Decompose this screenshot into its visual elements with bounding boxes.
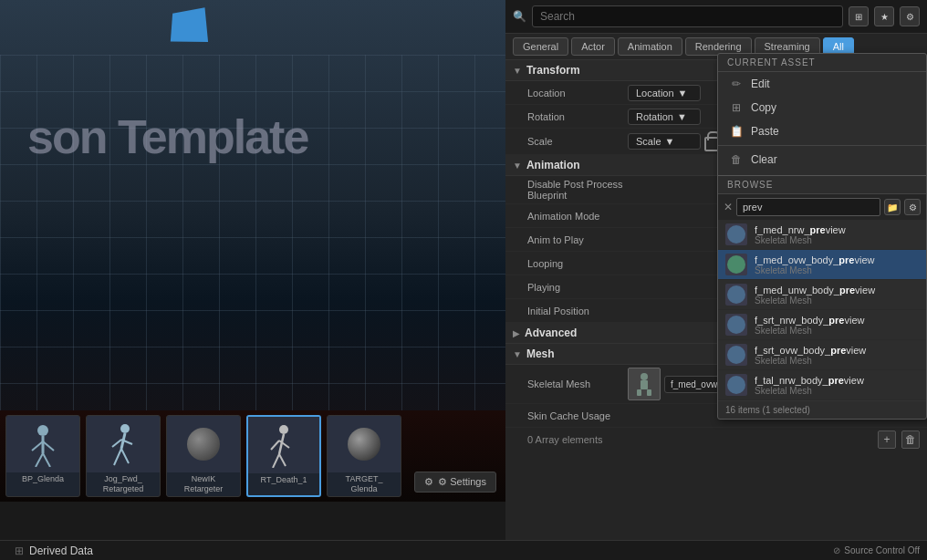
transform-arrow: ▼: [513, 66, 522, 76]
svg-line-16: [273, 454, 279, 468]
disable-bp-label: Disable Post Process Blueprint: [527, 179, 628, 201]
transform-title: Transform: [526, 64, 580, 77]
browse-item-icon-2: [725, 284, 747, 306]
browse-item-4[interactable]: f_srt_ovw_body_preview Skeletal Mesh: [718, 340, 926, 370]
menu-copy-label: Copy: [751, 101, 776, 114]
search-bar: 🔍 ⊞ ★ ⚙: [505, 0, 927, 34]
asset-thumb-jog[interactable]: Jog_Fwd_Retargeted: [86, 415, 161, 497]
svg-line-17: [279, 454, 286, 466]
browse-item-0[interactable]: f_med_nrw_preview Skeletal Mesh: [718, 220, 926, 250]
browse-item-1[interactable]: f_med_ovw_body_preview Skeletal Mesh: [718, 250, 926, 280]
bottom-bar: ⊞ Derived Data ⊘ Source Control Off: [0, 540, 927, 560]
rotation-label: Rotation: [527, 111, 628, 122]
asset-thumb-newik[interactable]: NewIKRetargeter: [166, 415, 241, 497]
favorites-button[interactable]: ★: [874, 6, 894, 26]
asset-thumb-img-jog: [87, 416, 160, 472]
browse-item-3[interactable]: f_srt_nrw_body_preview Skeletal Mesh: [718, 310, 926, 340]
browse-input[interactable]: [736, 198, 880, 216]
svg-point-0: [37, 425, 48, 436]
context-menu: CURRENT ASSET ✏ Edit ⊞ Copy 📋 Paste 🗑 Cl…: [717, 53, 927, 420]
grid-view-button[interactable]: ⊞: [849, 6, 869, 26]
browse-item-type-4: Skeletal Mesh: [755, 356, 919, 366]
derived-data-section: ⊞ Derived Data: [7, 544, 826, 557]
browse-list: f_med_nrw_preview Skeletal Mesh f_med_ov…: [718, 220, 926, 400]
browse-header: BROWSE: [718, 176, 926, 194]
settings-button[interactable]: ⚙ ⚙ Settings: [414, 472, 496, 493]
viewport-title: son Template: [27, 109, 307, 164]
asset-thumb-bp-glenda[interactable]: BP_Glenda: [5, 415, 80, 497]
asset-label-jog: Jog_Fwd_Retargeted: [87, 472, 160, 494]
edit-icon: ✏: [729, 77, 744, 91]
browse-item-type-0: Skeletal Mesh: [755, 235, 919, 245]
tab-animation[interactable]: Animation: [618, 37, 682, 56]
rotation-chevron: ▼: [677, 111, 687, 122]
location-label: Location: [527, 88, 628, 99]
menu-clear[interactable]: 🗑 Clear: [718, 148, 926, 171]
menu-edit[interactable]: ✏ Edit: [718, 72, 926, 96]
svg-line-5: [43, 453, 50, 467]
scale-dropdown[interactable]: Scale ▼: [628, 133, 701, 150]
copy-icon: ⊞: [729, 100, 744, 115]
asset-label-target: TARGET_Glenda: [328, 472, 401, 494]
svg-rect-21: [647, 389, 651, 396]
looping-label: Looping: [527, 258, 628, 269]
anim-to-play-label: Anim to Play: [527, 234, 628, 245]
browse-item-5[interactable]: f_tal_nrw_body_preview Skeletal Mesh: [718, 370, 926, 400]
svg-line-10: [114, 449, 121, 465]
browse-item-name-4: f_srt_ovw_body_preview: [755, 345, 919, 356]
svg-rect-19: [641, 380, 648, 389]
menu-paste-label: Paste: [751, 125, 779, 138]
array-row: 0 Array elements + 🗑: [505, 428, 927, 451]
derived-data-label[interactable]: Derived Data: [29, 544, 93, 557]
asset-thumb-img-target: [328, 416, 401, 472]
rotation-dropdown[interactable]: Rotation ▼: [628, 109, 701, 125]
rotation-value: Rotation: [636, 111, 673, 122]
settings-filter-button[interactable]: ⚙: [900, 6, 920, 26]
svg-point-18: [641, 373, 648, 380]
array-add-button[interactable]: +: [878, 430, 896, 449]
asset-thumb-target[interactable]: TARGET_Glenda: [327, 415, 401, 497]
asset-thumb-img-rtdeath: [248, 417, 319, 473]
svg-rect-20: [637, 389, 641, 396]
svg-line-14: [271, 441, 279, 450]
browse-item-info-2: f_med_unw_body_preview Skeletal Mesh: [755, 285, 919, 306]
browse-settings-button[interactable]: ⚙: [904, 199, 921, 215]
tab-general[interactable]: General: [513, 37, 568, 56]
blue-cube: [171, 7, 208, 42]
tab-actor[interactable]: Actor: [571, 37, 615, 56]
browse-item-name-3: f_srt_nrw_body_preview: [755, 315, 919, 326]
scale-label: Scale: [527, 136, 628, 147]
svg-line-2: [32, 441, 43, 451]
browse-item-info-5: f_tal_nrw_body_preview Skeletal Mesh: [755, 375, 919, 396]
browse-item-2[interactable]: f_med_unw_body_preview Skeletal Mesh: [718, 280, 926, 310]
asset-thumb-rtdeath[interactable]: RT_Death_1: [246, 415, 321, 497]
browse-item-icon-3: [725, 314, 747, 336]
context-menu-divider: [718, 145, 926, 146]
menu-copy[interactable]: ⊞ Copy: [718, 96, 926, 119]
mesh-arrow: ▼: [513, 349, 522, 359]
menu-paste[interactable]: 📋 Paste: [718, 119, 926, 143]
browse-item-type-2: Skeletal Mesh: [755, 296, 919, 306]
svg-line-3: [43, 441, 54, 451]
advanced-title: Advanced: [525, 327, 577, 339]
location-dropdown[interactable]: Location ▼: [628, 85, 701, 101]
browse-item-info-1: f_med_ovw_body_preview Skeletal Mesh: [755, 254, 919, 275]
scale-value: Scale: [636, 136, 661, 147]
source-control[interactable]: ⊘ Source Control Off: [833, 545, 920, 555]
browse-item-icon-4: [725, 344, 747, 366]
asset-label-bp-glenda: BP_Glenda: [6, 472, 79, 484]
array-remove-button[interactable]: 🗑: [901, 430, 920, 449]
search-icon: 🔍: [513, 10, 526, 23]
browse-clear-icon[interactable]: ✕: [724, 201, 733, 213]
anim-mode-label: Animation Mode: [527, 211, 628, 222]
search-input[interactable]: [532, 5, 843, 27]
animation-title: Animation: [526, 159, 580, 171]
browse-item-info-0: f_med_nrw_preview Skeletal Mesh: [755, 224, 919, 245]
browse-folder-button[interactable]: 📁: [884, 199, 901, 215]
browse-item-icon-1: [725, 254, 747, 275]
asset-row: BP_Glenda Jog_Fwd_Retargeted: [0, 415, 451, 497]
browse-item-info-4: f_srt_ovw_body_preview Skeletal Mesh: [755, 345, 919, 366]
viewport: son Template BP_Glenda: [0, 0, 505, 502]
asset-thumb-img-newik: [167, 416, 240, 472]
svg-line-4: [36, 453, 43, 467]
